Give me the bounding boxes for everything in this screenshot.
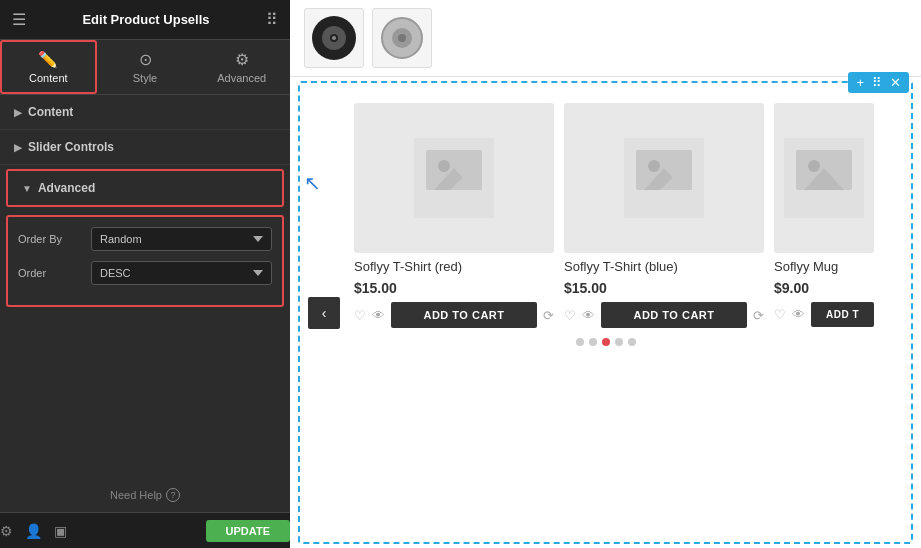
product-card-3: Soflyy Mug $9.00 ♡ 👁 ADD T bbox=[774, 103, 874, 328]
svg-point-3 bbox=[332, 36, 336, 40]
chevron-icon-3: ▼ bbox=[22, 183, 32, 194]
dot-4[interactable] bbox=[615, 338, 623, 346]
content-area: ‹ ↖ Soflyy T-Shirt (red) $15.00 bbox=[298, 81, 913, 544]
thumbnail-1 bbox=[304, 8, 364, 68]
panel-header: ☰ Edit Product Upsells ⠿ bbox=[0, 0, 290, 40]
wishlist-icon-2[interactable]: ♡ bbox=[564, 308, 576, 323]
order-select[interactable]: DESC ASC bbox=[91, 261, 272, 285]
refresh-icon-2[interactable]: ⟳ bbox=[753, 308, 764, 323]
close-widget-icon[interactable]: ✕ bbox=[887, 75, 904, 90]
hamburger-icon[interactable]: ☰ bbox=[12, 10, 26, 29]
gear-icon: ⚙ bbox=[235, 50, 249, 69]
product-name-1: Soflyy T-Shirt (red) bbox=[354, 259, 554, 274]
tabs-row: ✏️ Content ⊙ Style ⚙ Advanced bbox=[0, 40, 290, 95]
field-row-order: Order DESC ASC bbox=[18, 261, 272, 285]
product-name-3: Soflyy Mug bbox=[774, 259, 874, 274]
products-row: Soflyy T-Shirt (red) $15.00 ♡ 👁 ADD TO C… bbox=[354, 93, 897, 334]
product-price-3: $9.00 bbox=[774, 280, 874, 296]
grid-apps-icon[interactable]: ⠿ bbox=[266, 10, 278, 29]
tab-advanced[interactable]: ⚙ Advanced bbox=[193, 40, 290, 94]
order-by-select[interactable]: Random Date Price Title Popularity bbox=[91, 227, 272, 251]
cursor-arrow: ↖ bbox=[304, 171, 321, 195]
product-image-3 bbox=[774, 103, 874, 253]
product-price-1: $15.00 bbox=[354, 280, 554, 296]
svg-point-6 bbox=[398, 34, 406, 42]
style-icon: ⊙ bbox=[139, 50, 152, 69]
back-button[interactable]: ‹ bbox=[308, 297, 340, 329]
dots-row bbox=[314, 334, 897, 352]
product-price-2: $15.00 bbox=[564, 280, 764, 296]
section-advanced-header[interactable]: ▼ Advanced bbox=[8, 171, 282, 205]
add-to-cart-btn-3[interactable]: ADD T bbox=[811, 302, 874, 327]
order-label: Order bbox=[18, 267, 83, 279]
dot-5[interactable] bbox=[628, 338, 636, 346]
chevron-icon-2: ▶ bbox=[14, 142, 22, 153]
preview-icon-2[interactable]: 👁 bbox=[582, 308, 595, 323]
wishlist-icon-1[interactable]: ♡ bbox=[354, 308, 366, 323]
section-content[interactable]: ▶ Content bbox=[0, 95, 290, 130]
tab-content[interactable]: ✏️ Content bbox=[0, 40, 97, 94]
dot-3[interactable] bbox=[602, 338, 610, 346]
product-actions-2: ♡ 👁 ADD TO CART ⟳ bbox=[564, 302, 764, 328]
svg-point-9 bbox=[438, 160, 450, 172]
svg-point-14 bbox=[648, 160, 660, 172]
thumbs-row bbox=[290, 0, 921, 77]
add-to-cart-btn-2[interactable]: ADD TO CART bbox=[601, 302, 747, 328]
need-help[interactable]: Need Help ? bbox=[0, 478, 290, 512]
svg-point-19 bbox=[808, 160, 820, 172]
widget-toolbar: + ⠿ ✕ bbox=[848, 72, 909, 93]
layout-icon[interactable]: ▣ bbox=[54, 523, 67, 539]
product-actions-3: ♡ 👁 ADD T bbox=[774, 302, 874, 327]
dot-1[interactable] bbox=[576, 338, 584, 346]
help-icon: ? bbox=[166, 488, 180, 502]
product-actions-1: ♡ 👁 ADD TO CART ⟳ bbox=[354, 302, 554, 328]
pencil-icon: ✏️ bbox=[38, 50, 58, 69]
panel-title: Edit Product Upsells bbox=[82, 12, 209, 27]
product-image-2 bbox=[564, 103, 764, 253]
add-to-cart-btn-1[interactable]: ADD TO CART bbox=[391, 302, 537, 328]
wishlist-icon-3[interactable]: ♡ bbox=[774, 307, 786, 322]
field-row-order-by: Order By Random Date Price Title Popular… bbox=[18, 227, 272, 251]
advanced-section-wrapper: ▼ Advanced bbox=[6, 169, 284, 207]
right-panel: + ⠿ ✕ ‹ ↖ Soflyy T-Shir bbox=[290, 0, 921, 548]
product-card-2: Soflyy T-Shirt (blue) $15.00 ♡ 👁 ADD TO … bbox=[564, 103, 764, 328]
bottom-bar: ⚙ 👤 ▣ UPDATE bbox=[0, 512, 290, 548]
product-name-2: Soflyy T-Shirt (blue) bbox=[564, 259, 764, 274]
move-widget-icon[interactable]: ⠿ bbox=[869, 75, 885, 90]
order-by-label: Order By bbox=[18, 233, 83, 245]
person-icon[interactable]: 👤 bbox=[25, 523, 42, 539]
product-card-1: Soflyy T-Shirt (red) $15.00 ♡ 👁 ADD TO C… bbox=[354, 103, 554, 328]
add-widget-icon[interactable]: + bbox=[853, 75, 867, 90]
update-button[interactable]: UPDATE bbox=[206, 520, 290, 542]
thumbnail-2 bbox=[372, 8, 432, 68]
refresh-icon-1[interactable]: ⟳ bbox=[543, 308, 554, 323]
product-image-1 bbox=[354, 103, 554, 253]
left-panel: ☰ Edit Product Upsells ⠿ ✏️ Content ⊙ St… bbox=[0, 0, 290, 548]
preview-icon-1[interactable]: 👁 bbox=[372, 308, 385, 323]
tab-style[interactable]: ⊙ Style bbox=[97, 40, 194, 94]
preview-icon-3[interactable]: 👁 bbox=[792, 307, 805, 322]
chevron-icon: ▶ bbox=[14, 107, 22, 118]
settings-icon[interactable]: ⚙ bbox=[0, 523, 13, 539]
dot-2[interactable] bbox=[589, 338, 597, 346]
advanced-fields-area: Order By Random Date Price Title Popular… bbox=[6, 215, 284, 307]
section-slider-controls[interactable]: ▶ Slider Controls bbox=[0, 130, 290, 165]
